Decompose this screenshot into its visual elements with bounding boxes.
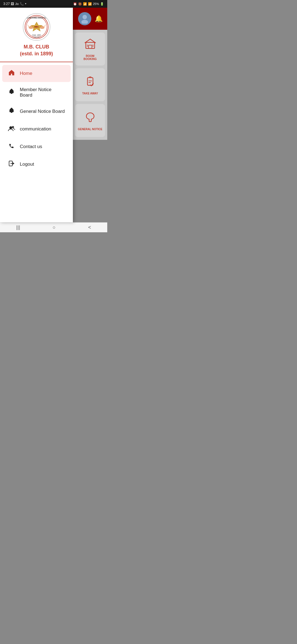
jio-icon: Jio [15, 2, 19, 6]
svg-text:Estd. 1899: Estd. 1899 [32, 34, 41, 36]
svg-text:THE MAHOMED BAGH CLUB: THE MAHOMED BAGH CLUB [24, 17, 49, 19]
club-name: M.B. CLUB (estd. in 1899) [20, 43, 53, 57]
club-logo: THE MAHOMED BAGH CLUB MBC Estd. 1899 LIM… [23, 13, 50, 41]
nav-communication-label: communication [20, 126, 51, 132]
room-booking-label: ROOMBOOKING [84, 54, 97, 61]
general-notice-card[interactable]: GENERAL NOTICE [75, 104, 105, 137]
member-notice-bell-icon [8, 88, 15, 97]
nav-logout-label: Logout [20, 162, 34, 167]
user-avatar [78, 12, 91, 25]
home-icon [8, 69, 15, 78]
back-button[interactable]: < [84, 223, 95, 231]
nav-item-contact-us[interactable]: Contact us [2, 138, 71, 155]
gallery-icon: 🖼 [11, 2, 14, 6]
general-notice-bell-icon [8, 107, 15, 116]
main-container: 🔔 ROOMBOOKING [0, 8, 107, 222]
status-bar: 3:27 🖼 Jio 📞 • ⏰ 🔕 📶 📶 25% 🔋 [0, 0, 107, 8]
nav-item-member-notice-board[interactable]: Member Notice Board [2, 83, 71, 102]
svg-rect-22 [11, 112, 12, 113]
time: 3:27 [3, 2, 10, 6]
nav-item-logout[interactable]: Logout [2, 156, 71, 173]
svg-text:LIMITED: LIMITED [34, 36, 39, 38]
svg-point-23 [9, 126, 12, 129]
room-booking-card[interactable]: ROOMBOOKING [75, 32, 105, 66]
status-right: ⏰ 🔕 📶 📶 25% 🔋 [73, 2, 104, 6]
nav-contact-label: Contact us [20, 144, 42, 149]
svg-point-1 [81, 20, 88, 24]
contact-phone-icon [8, 143, 15, 151]
bottom-navigation: ||| ○ < [0, 222, 107, 232]
room-booking-icon [84, 37, 97, 53]
nav-home-label: Home [20, 71, 32, 76]
svg-point-0 [82, 15, 87, 19]
battery-text: 25% [93, 2, 99, 6]
notification-bell-icon[interactable]: 🔔 [95, 15, 103, 23]
drawer-header: THE MAHOMED BAGH CLUB MBC Estd. 1899 LIM… [0, 8, 73, 62]
nav-item-communication[interactable]: communication [2, 121, 71, 138]
nav-item-home[interactable]: Home [2, 65, 71, 82]
svg-text:MBC: MBC [34, 26, 38, 28]
nav-general-notice-label: General Notice Board [20, 109, 65, 114]
navigation-drawer: THE MAHOMED BAGH CLUB MBC Estd. 1899 LIM… [0, 8, 73, 222]
takeaway-label: TAKE AWAY [82, 92, 98, 95]
call-icon: 📞 [20, 2, 24, 6]
right-panel: 🔔 ROOMBOOKING [73, 8, 107, 222]
takeaway-icon [84, 75, 97, 90]
right-topbar: 🔔 [73, 8, 107, 30]
nav-member-notice-label: Member Notice Board [20, 87, 65, 98]
recent-apps-button[interactable]: ||| [12, 223, 24, 231]
general-notice-icon [84, 111, 97, 126]
signal-icon: 📶 [88, 2, 92, 6]
svg-rect-3 [89, 45, 92, 48]
general-notice-right-label: GENERAL NOTICE [78, 128, 102, 131]
svg-rect-8 [87, 78, 93, 85]
battery-icon: 🔋 [100, 2, 104, 6]
svg-point-24 [12, 126, 14, 128]
communication-icon [8, 125, 15, 133]
wifi-icon: 📶 [83, 2, 87, 6]
right-grid: ROOMBOOKING TAKE AWAY [73, 30, 107, 140]
nav-item-general-notice-board[interactable]: General Notice Board [2, 103, 71, 120]
takeaway-card[interactable]: TAKE AWAY [75, 68, 105, 101]
nav-list: Home Member Notice Board [0, 62, 73, 222]
svg-rect-21 [11, 93, 12, 94]
home-button[interactable]: ○ [48, 223, 60, 231]
mute-icon: 🔕 [78, 2, 82, 6]
logout-icon [8, 160, 15, 168]
status-left: 3:27 🖼 Jio 📞 • [3, 2, 26, 6]
dot-indicator: • [25, 2, 26, 6]
alarm-icon: ⏰ [73, 2, 77, 6]
